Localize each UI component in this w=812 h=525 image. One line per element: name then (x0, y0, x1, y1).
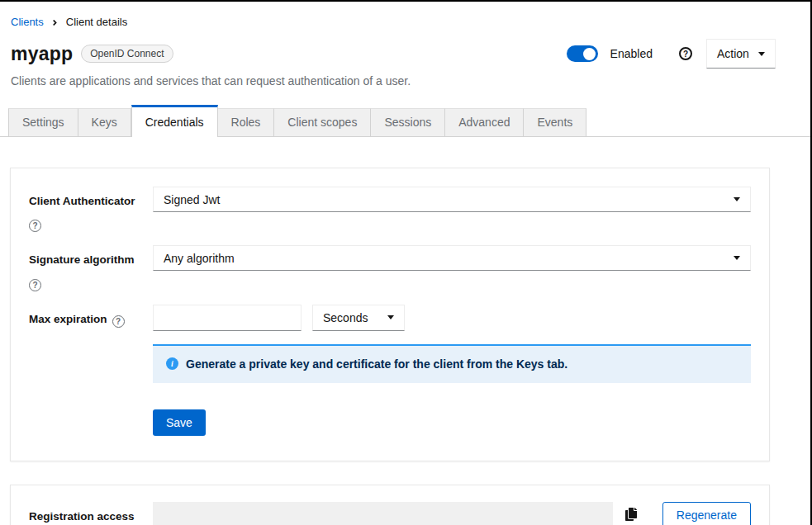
max-expiration-row: Max expiration? Seconds (29, 305, 751, 331)
client-authenticator-help-icon[interactable]: ? (29, 220, 41, 232)
signature-algorithm-value: Any algorithm (164, 252, 235, 265)
max-expiration-input[interactable] (153, 305, 302, 331)
client-authenticator-row: Client Authenticator ? Signed Jwt (29, 187, 751, 232)
credentials-card: Client Authenticator ? Signed Jwt Signat… (10, 168, 770, 461)
caret-down-icon (734, 256, 740, 260)
max-expiration-help-icon[interactable]: ? (112, 315, 125, 328)
info-alert-text: Generate a private key and certificate f… (186, 357, 567, 373)
title-group: myapp OpenID Connect (11, 43, 173, 65)
info-alert-row: i Generate a private key and certificate… (29, 344, 751, 384)
tab-keys[interactable]: Keys (78, 108, 131, 136)
client-authenticator-value: Signed Jwt (164, 193, 220, 206)
tab-content: Client Authenticator ? Signed Jwt Signat… (0, 137, 810, 525)
page-title: myapp (11, 43, 73, 65)
signature-algorithm-select[interactable]: Any algorithm (153, 245, 751, 271)
action-dropdown[interactable]: Action (706, 39, 776, 69)
header-controls: Enabled ? Action (567, 39, 776, 69)
breadcrumb: Clients Client details (11, 16, 810, 28)
registration-token-input (153, 502, 613, 525)
signature-algorithm-label: Signature algorithm (29, 252, 153, 268)
page-header: myapp OpenID Connect Enabled ? Action (11, 39, 776, 69)
copy-icon (625, 508, 637, 523)
info-alert: i Generate a private key and certificate… (153, 344, 751, 384)
max-expiration-label-col: Max expiration? (29, 305, 153, 331)
tab-sessions[interactable]: Sessions (371, 108, 445, 136)
caret-down-icon (387, 315, 394, 319)
breadcrumb-current: Client details (66, 16, 127, 28)
caret-down-icon (758, 52, 765, 56)
client-details-page: Clients Client details myapp OpenID Conn… (0, 0, 812, 525)
save-button[interactable]: Save (153, 409, 206, 436)
signature-algorithm-row: Signature algorithm ? Any algorithm (29, 245, 751, 291)
registration-token-input-group (153, 502, 649, 525)
registration-token-label-col: Registration access token ? (29, 502, 153, 525)
enabled-toggle[interactable] (567, 45, 598, 62)
tab-credentials[interactable]: Credentials (131, 105, 218, 137)
copy-button[interactable] (613, 502, 649, 525)
page-description: Clients are applications and services th… (11, 74, 800, 88)
action-dropdown-label: Action (717, 47, 749, 60)
regenerate-button[interactable]: Regenerate (662, 502, 751, 525)
chevron-right-icon (51, 18, 59, 27)
tab-events[interactable]: Events (524, 108, 586, 136)
signature-algorithm-help-icon[interactable]: ? (29, 279, 41, 291)
max-expiration-unit-value: Seconds (323, 311, 368, 324)
registration-token-card: Registration access token ? Regenerate (10, 485, 770, 525)
breadcrumb-clients-link[interactable]: Clients (11, 16, 44, 28)
max-expiration-unit-select[interactable]: Seconds (312, 305, 405, 331)
signature-algorithm-label-col: Signature algorithm ? (29, 245, 153, 291)
client-authenticator-select[interactable]: Signed Jwt (153, 187, 751, 212)
caret-down-icon (734, 197, 740, 201)
registration-token-label: Registration access token (29, 510, 135, 525)
max-expiration-label: Max expiration (29, 313, 107, 325)
client-authenticator-label: Client Authenticator (29, 193, 153, 210)
enabled-label: Enabled (610, 47, 653, 60)
info-icon: i (166, 357, 178, 370)
tab-bar: Settings Keys Credentials Roles Client s… (0, 105, 810, 137)
protocol-badge: OpenID Connect (81, 45, 173, 63)
registration-token-row: Registration access token ? Regenerate (29, 502, 751, 525)
enabled-help-icon[interactable]: ? (679, 47, 692, 60)
tab-advanced[interactable]: Advanced (445, 108, 524, 136)
client-authenticator-label-col: Client Authenticator ? (29, 187, 153, 232)
toggle-knob (583, 48, 596, 60)
tab-roles[interactable]: Roles (218, 108, 275, 136)
save-row: Save (29, 409, 751, 436)
tab-settings[interactable]: Settings (8, 108, 78, 136)
tab-client-scopes[interactable]: Client scopes (274, 108, 371, 136)
